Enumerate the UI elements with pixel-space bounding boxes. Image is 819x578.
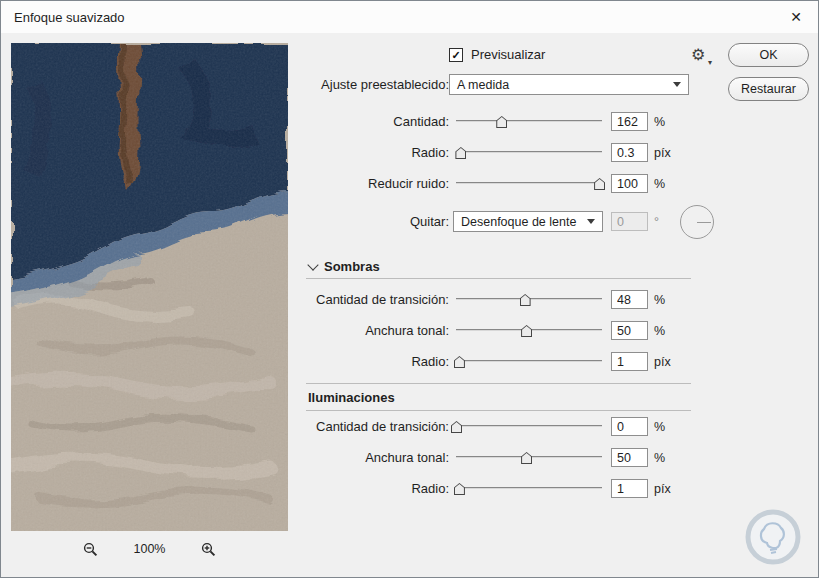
slider-track[interactable] [456, 487, 602, 489]
highlight-radius-slider[interactable] [456, 478, 602, 499]
divider [306, 410, 691, 411]
angle-dial[interactable] [680, 205, 714, 239]
slider-thumb[interactable] [496, 116, 507, 128]
zoom-in-icon[interactable] [201, 542, 216, 557]
divider [306, 383, 691, 384]
shadow-fade-value[interactable] [611, 290, 648, 309]
ok-button[interactable]: OK [728, 43, 809, 67]
highlight-fade-value[interactable] [611, 417, 648, 436]
highlight-radius-label: Radio: [301, 481, 449, 496]
angle-unit: ° [654, 215, 659, 229]
zoom-bar: 100% [11, 536, 288, 562]
shadow-radius-label: Radio: [301, 354, 449, 369]
highlight-tonal-unit: % [654, 451, 665, 465]
gear-icon[interactable]: ⚙ [691, 45, 705, 64]
highlight-fade-slider[interactable] [456, 416, 602, 437]
smart-sharpen-dialog: Enfoque suavizado ✕ [0, 0, 819, 578]
shadow-tonal-value[interactable] [611, 321, 648, 340]
angle-value [611, 212, 648, 231]
slider-track[interactable] [456, 360, 602, 362]
remove-dropdown[interactable]: Desenfoque de lente [453, 211, 603, 232]
noise-label: Reducir ruido: [301, 176, 449, 191]
shadows-collapse-chevron-icon[interactable] [307, 259, 318, 270]
shadow-radius-value[interactable] [611, 352, 648, 371]
highlight-fade-label: Cantidad de transición: [301, 419, 449, 434]
shadows-header[interactable]: Sombras [324, 259, 380, 274]
shadow-tonal-label: Anchura tonal: [301, 323, 449, 338]
radius-unit: píx [654, 146, 671, 160]
highlight-tonal-slider[interactable] [456, 447, 602, 468]
shadow-fade-label: Cantidad de transición: [301, 292, 449, 307]
slider-thumb[interactable] [521, 325, 532, 337]
slider-track[interactable] [456, 182, 602, 184]
image-preview[interactable] [11, 43, 288, 531]
preset-label: Ajuste preestablecido: [301, 77, 449, 92]
shadow-tonal-slider[interactable] [456, 320, 602, 341]
watermark-logo [744, 508, 802, 570]
highlight-fade-unit: % [654, 420, 665, 434]
restore-button[interactable]: Restaurar [728, 77, 809, 101]
dialog-title: Enfoque suavizado [14, 10, 125, 25]
close-icon[interactable]: ✕ [774, 1, 818, 33]
radius-value[interactable] [611, 143, 648, 162]
slider-track[interactable] [456, 425, 602, 427]
shadow-radius-slider[interactable] [456, 351, 602, 372]
highlight-tonal-value[interactable] [611, 448, 648, 467]
highlight-radius-unit: píx [654, 482, 671, 496]
noise-value[interactable] [611, 174, 648, 193]
slider-thumb[interactable] [594, 178, 605, 190]
slider-thumb[interactable] [521, 452, 532, 464]
amount-slider[interactable] [456, 111, 602, 132]
remove-label: Quitar: [301, 214, 449, 229]
preview-checkbox-label: Previsualizar [471, 47, 545, 62]
slider-thumb[interactable] [451, 421, 462, 433]
chevron-down-icon [673, 82, 681, 87]
titlebar: Enfoque suavizado ✕ [1, 1, 818, 33]
highlight-radius-value[interactable] [611, 479, 648, 498]
noise-unit: % [654, 177, 665, 191]
remove-value: Desenfoque de lente [461, 215, 576, 229]
zoom-level[interactable]: 100% [134, 542, 166, 556]
preset-dropdown[interactable]: A medida [449, 74, 689, 95]
chevron-down-icon [587, 219, 595, 224]
shadow-fade-slider[interactable] [456, 289, 602, 310]
slider-track[interactable] [456, 151, 602, 153]
angle-dial-needle [697, 222, 711, 223]
amount-unit: % [654, 115, 665, 129]
preview-artwork [11, 43, 288, 531]
shadow-tonal-unit: % [654, 324, 665, 338]
shadow-radius-unit: píx [654, 355, 671, 369]
shadow-fade-unit: % [654, 293, 665, 307]
slider-thumb[interactable] [454, 483, 465, 495]
amount-value[interactable] [611, 112, 648, 131]
radius-label: Radio: [301, 145, 449, 160]
radius-slider[interactable] [456, 142, 602, 163]
divider [306, 278, 691, 279]
gear-menu-caret-icon: ▾ [708, 58, 712, 67]
preset-value: A medida [457, 78, 509, 92]
check-icon: ✓ [451, 49, 460, 62]
slider-thumb[interactable] [454, 356, 465, 368]
slider-thumb[interactable] [455, 147, 466, 159]
zoom-out-icon[interactable] [83, 542, 98, 557]
highlights-header[interactable]: Iluminaciones [308, 390, 395, 405]
slider-thumb[interactable] [520, 294, 531, 306]
slider-track[interactable] [456, 120, 602, 122]
amount-label: Cantidad: [301, 114, 449, 129]
preview-checkbox[interactable]: ✓ [449, 48, 463, 62]
highlight-tonal-label: Anchura tonal: [301, 450, 449, 465]
noise-slider[interactable] [456, 173, 602, 194]
